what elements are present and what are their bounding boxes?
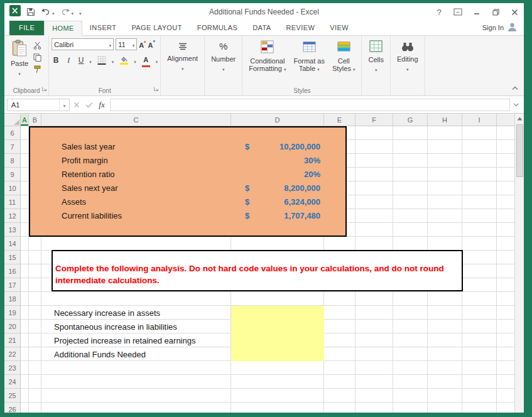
- cell[interactable]: [21, 375, 29, 388]
- cell[interactable]: [428, 195, 462, 208]
- cell[interactable]: [231, 375, 324, 388]
- cell[interactable]: [393, 375, 428, 388]
- cell[interactable]: [393, 333, 428, 347]
- cell[interactable]: [428, 168, 462, 181]
- cell[interactable]: [356, 154, 393, 167]
- cell[interactable]: [29, 389, 41, 402]
- row-header[interactable]: 18: [4, 292, 20, 306]
- cell[interactable]: [497, 237, 514, 250]
- paste-button[interactable]: Paste: [7, 38, 32, 85]
- cell[interactable]: [497, 264, 514, 278]
- cell[interactable]: [497, 389, 514, 402]
- row-header[interactable]: 9: [4, 168, 20, 181]
- tab-data[interactable]: DATA: [245, 20, 278, 35]
- cell[interactable]: [324, 333, 356, 347]
- cell[interactable]: [29, 237, 41, 250]
- cell[interactable]: [41, 292, 231, 305]
- cell[interactable]: [356, 237, 393, 250]
- cell[interactable]: [497, 154, 514, 167]
- cell[interactable]: [29, 306, 41, 319]
- cell[interactable]: [393, 195, 428, 208]
- cell[interactable]: [428, 347, 462, 360]
- expand-formula-bar-icon[interactable]: [511, 103, 521, 107]
- cell[interactable]: [356, 126, 393, 139]
- cancel-icon[interactable]: [71, 99, 82, 111]
- cell[interactable]: [29, 278, 41, 291]
- cell[interactable]: [462, 140, 497, 153]
- cell[interactable]: [21, 168, 29, 181]
- minimize-button[interactable]: [467, 3, 486, 21]
- cell[interactable]: [428, 209, 462, 222]
- cell[interactable]: [21, 320, 29, 333]
- cell[interactable]: [324, 403, 356, 413]
- decrease-font-size-icon[interactable]: [148, 39, 155, 50]
- cell[interactable]: [21, 278, 29, 291]
- increase-font-size-icon[interactable]: [139, 39, 146, 50]
- cell[interactable]: [393, 140, 428, 153]
- input-cells[interactable]: [231, 306, 324, 361]
- cell[interactable]: [462, 375, 497, 388]
- cell[interactable]: [393, 154, 428, 167]
- cell[interactable]: [29, 251, 41, 264]
- cell[interactable]: [324, 306, 356, 319]
- cell[interactable]: [231, 237, 324, 250]
- cell[interactable]: [462, 223, 497, 236]
- cell[interactable]: [393, 223, 428, 236]
- cell[interactable]: [462, 278, 497, 291]
- close-button[interactable]: [505, 3, 524, 21]
- cell[interactable]: [41, 361, 231, 374]
- scrollbar-thumb[interactable]: [516, 124, 523, 177]
- font-name-combo[interactable]: Calibri: [52, 38, 114, 50]
- cell[interactable]: [497, 320, 514, 333]
- row-header[interactable]: 20: [4, 320, 20, 333]
- formula-input[interactable]: [110, 99, 510, 111]
- row-header[interactable]: 23: [4, 361, 20, 375]
- cell[interactable]: [356, 306, 393, 319]
- cell[interactable]: [324, 361, 356, 374]
- cell[interactable]: [324, 237, 356, 250]
- cell[interactable]: [29, 361, 41, 374]
- vertical-scrollbar[interactable]: [514, 114, 524, 413]
- sign-in[interactable]: Sign In: [482, 20, 518, 35]
- cell[interactable]: [497, 278, 514, 291]
- cell[interactable]: [324, 375, 356, 388]
- cell[interactable]: [497, 306, 514, 319]
- tab-home[interactable]: HOME: [44, 21, 82, 36]
- enter-check-icon[interactable]: [84, 99, 95, 111]
- undo-icon[interactable]: [41, 6, 55, 18]
- cell[interactable]: [428, 140, 462, 153]
- column-header-e[interactable]: E: [324, 114, 356, 126]
- cell[interactable]: [428, 181, 462, 195]
- cell[interactable]: [462, 333, 497, 347]
- row-header[interactable]: 19: [4, 306, 20, 320]
- row-header[interactable]: 25: [4, 389, 20, 403]
- cell[interactable]: [29, 403, 41, 413]
- cell[interactable]: [462, 403, 497, 413]
- cell[interactable]: [231, 403, 324, 413]
- cell[interactable]: [356, 168, 393, 181]
- cell[interactable]: [428, 320, 462, 333]
- tab-page-layout[interactable]: PAGE LAYOUT: [124, 20, 189, 35]
- cell[interactable]: [497, 195, 514, 208]
- cell[interactable]: [231, 389, 324, 402]
- cell[interactable]: [21, 237, 29, 250]
- row-header[interactable]: 26: [4, 403, 20, 413]
- cell[interactable]: [231, 361, 324, 374]
- cell[interactable]: [428, 389, 462, 402]
- cell[interactable]: [356, 195, 393, 208]
- assumption-row[interactable]: Sales next year$8,200,000: [30, 181, 345, 195]
- cell[interactable]: [462, 209, 497, 222]
- cell[interactable]: [497, 168, 514, 181]
- cell[interactable]: [356, 333, 393, 347]
- cell[interactable]: [21, 140, 29, 153]
- cell[interactable]: [356, 347, 393, 360]
- cell[interactable]: [428, 292, 462, 305]
- cell[interactable]: [356, 320, 393, 333]
- restore-button[interactable]: [486, 3, 505, 21]
- cell[interactable]: [324, 347, 356, 360]
- customize-toolbar-icon[interactable]: [79, 6, 82, 18]
- row-header[interactable]: 6: [4, 126, 20, 140]
- row-header[interactable]: 7: [4, 140, 20, 154]
- cell[interactable]: [462, 168, 497, 181]
- cell[interactable]: [356, 181, 393, 195]
